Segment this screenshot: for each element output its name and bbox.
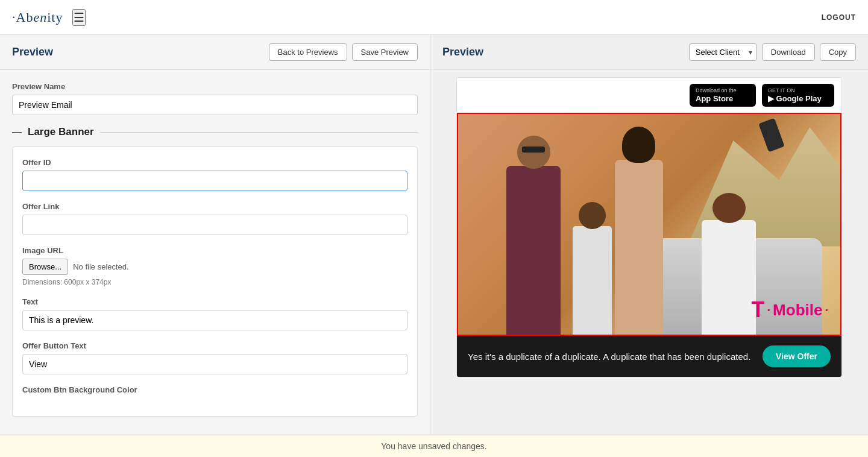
- google-store-name: ▶ Google Play: [768, 94, 822, 103]
- large-banner-section: — Large Banner Offer ID Offer Link: [12, 126, 418, 417]
- file-name-label: No file selected.: [73, 262, 129, 271]
- left-panel-title: Preview: [12, 46, 53, 58]
- custom-btn-bg-label: Custom Btn Background Color: [22, 385, 407, 394]
- large-banner-title: Large Banner: [28, 126, 94, 138]
- left-panel-header-btns: Back to Previews Save Preview: [269, 43, 418, 61]
- select-client-wrapper: Select Client: [689, 43, 757, 61]
- offer-id-group: Offer ID: [22, 158, 407, 191]
- apple-store-name: App Store: [696, 94, 733, 103]
- apple-small-text: Download on the: [696, 87, 737, 93]
- offer-link-group: Offer Link: [22, 202, 407, 235]
- unsaved-changes-bar: You have unsaved changes.: [0, 435, 868, 457]
- top-nav: ·Abenity ☰ LOGOUT: [0, 0, 868, 35]
- photo-simulation: T · Mobile ·: [458, 114, 840, 335]
- hamburger-menu-icon[interactable]: ☰: [72, 9, 86, 26]
- tmobile-logo: T · Mobile ·: [752, 297, 828, 323]
- left-panel-content: Preview Name — Large Banner Offer ID: [0, 70, 430, 457]
- offer-link-label: Offer Link: [22, 202, 407, 211]
- text-group: Text: [22, 297, 407, 330]
- banner-image-container: T · Mobile ·: [457, 113, 841, 336]
- offer-id-input[interactable]: [22, 171, 407, 191]
- text-input[interactable]: [22, 310, 407, 330]
- banner-text-row: Yes it's a duplicate of a duplicate. A d…: [457, 336, 841, 377]
- app-store-row: Download on the App Store GET IT ON ▶ Go…: [457, 78, 841, 113]
- left-panel-header: Preview Back to Previews Save Preview: [0, 35, 430, 70]
- unsaved-changes-message: You have unsaved changes.: [381, 441, 486, 451]
- tmobile-t-letter: T: [752, 297, 765, 323]
- dimensions-hint: Dimensions: 600px x 374px: [22, 278, 407, 286]
- apple-app-store-button[interactable]: Download on the App Store: [690, 84, 756, 107]
- right-panel: Preview Select Client Download Copy Down…: [430, 35, 868, 457]
- browse-button[interactable]: Browse...: [22, 259, 68, 275]
- large-banner-divider: [100, 132, 418, 133]
- offer-link-input[interactable]: [22, 215, 407, 235]
- google-play-button[interactable]: GET IT ON ▶ Google Play: [762, 84, 834, 107]
- right-panel-title: Preview: [442, 46, 483, 58]
- preview-name-group: Preview Name: [12, 82, 418, 115]
- right-panel-header: Preview Select Client Download Copy: [430, 35, 868, 70]
- large-banner-header: — Large Banner: [12, 126, 418, 138]
- save-preview-button[interactable]: Save Preview: [352, 43, 418, 61]
- right-panel-content: Download on the App Store GET IT ON ▶ Go…: [430, 70, 868, 457]
- logout-button[interactable]: LOGOUT: [822, 13, 856, 22]
- large-banner-form-box: Offer ID Offer Link Image URL Browse... …: [12, 147, 418, 417]
- main-layout: Preview Back to Previews Save Preview Pr…: [0, 35, 868, 457]
- person2-head: [579, 202, 606, 229]
- banner-description: Yes it's a duplicate of a duplicate. A d…: [468, 350, 753, 363]
- person3-head: [622, 127, 655, 163]
- person4-head: [712, 193, 746, 223]
- download-button[interactable]: Download: [762, 43, 815, 61]
- preview-name-input[interactable]: [12, 95, 418, 115]
- preview-name-label: Preview Name: [12, 82, 418, 91]
- nav-left: ·Abenity ☰: [12, 9, 86, 26]
- custom-btn-bg-group: Custom Btn Background Color: [22, 385, 407, 394]
- person2-body: [573, 226, 612, 335]
- image-url-group: Image URL Browse... No file selected. Di…: [22, 246, 407, 286]
- large-banner-collapse-button[interactable]: —: [12, 127, 22, 137]
- select-client-dropdown[interactable]: Select Client: [689, 43, 757, 61]
- file-input-group: Browse... No file selected.: [22, 259, 407, 275]
- logo: ·Abenity: [12, 10, 63, 25]
- right-header-controls: Select Client Download Copy: [689, 43, 856, 61]
- selfie-phone: [758, 118, 784, 153]
- person1-body: [506, 166, 561, 335]
- copy-button[interactable]: Copy: [820, 43, 856, 61]
- text-label: Text: [22, 297, 407, 306]
- back-to-previews-button[interactable]: Back to Previews: [269, 43, 347, 61]
- person3-body: [615, 160, 663, 335]
- tmobile-dot: ·: [767, 303, 771, 317]
- google-small-text: GET IT ON: [768, 87, 795, 93]
- left-panel: Preview Back to Previews Save Preview Pr…: [0, 35, 430, 457]
- person1-head: [517, 136, 550, 169]
- sunglasses: [522, 147, 545, 153]
- tmobile-trailing-dot: ·: [825, 303, 828, 317]
- person4-body: [702, 220, 756, 335]
- tmobile-text: Mobile: [773, 301, 822, 320]
- preview-card: Download on the App Store GET IT ON ▶ Go…: [456, 77, 842, 377]
- view-offer-button[interactable]: View Offer: [763, 345, 831, 367]
- offer-btn-text-input[interactable]: [22, 354, 407, 374]
- offer-btn-text-label: Offer Button Text: [22, 341, 407, 350]
- offer-id-label: Offer ID: [22, 158, 407, 167]
- offer-btn-text-group: Offer Button Text: [22, 341, 407, 374]
- image-url-label: Image URL: [22, 246, 407, 255]
